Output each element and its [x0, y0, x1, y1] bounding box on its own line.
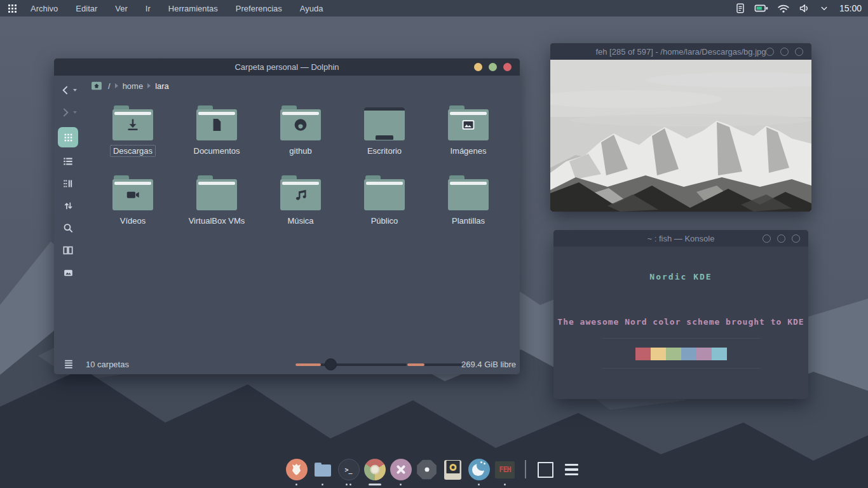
volume-icon[interactable] [797, 1, 811, 15]
menu-preferencias[interactable]: Preferencias [236, 4, 282, 13]
menu-ir[interactable]: Ir [146, 4, 151, 13]
breadcrumb-separator-icon [115, 83, 118, 88]
zoom-slider-knob[interactable] [325, 358, 337, 370]
dock: >_FEH [0, 458, 868, 488]
folder-item-plantillas[interactable]: Plantillas [426, 172, 510, 241]
dock-terminal[interactable]: >_ [337, 458, 360, 485]
vscode-icon [390, 459, 412, 480]
minimize-button[interactable] [763, 234, 771, 243]
folder-item-github[interactable]: github [259, 102, 342, 172]
close-button[interactable] [795, 48, 803, 56]
app-launcher-button[interactable] [0, 0, 24, 17]
dock-feh[interactable]: FEH [494, 458, 517, 485]
folder-item-documentos[interactable]: Documentos [175, 102, 259, 172]
folder-stripe [114, 182, 151, 185]
wifi-icon[interactable] [776, 1, 790, 15]
dock-app-menu[interactable] [560, 458, 583, 485]
folder-item-ima-genes[interactable]: Imágenes [426, 102, 510, 172]
folder-item-descargas[interactable]: Descargas [91, 102, 175, 172]
minimize-button[interactable] [474, 63, 482, 71]
folder-stripe [450, 182, 487, 185]
folder-item-pu-blico[interactable]: Público [342, 172, 426, 241]
preview-button[interactable] [58, 263, 78, 282]
split-view-button[interactable] [58, 241, 78, 260]
dock-settings-gear[interactable] [416, 458, 438, 485]
running-indicator [478, 483, 480, 485]
dock-firefox[interactable] [285, 458, 308, 485]
dock-files[interactable] [311, 458, 334, 485]
feh-window: feh [285 of 597] - /home/lara/Descargas/… [550, 43, 811, 212]
maximize-button[interactable] [777, 234, 785, 243]
feh-titlebar[interactable]: feh [285 of 597] - /home/lara/Descargas/… [550, 43, 811, 60]
folder-label: Imágenes [447, 145, 489, 157]
dolphin-statusbar: 10 carpetas 269.4 GiB libre [54, 355, 520, 374]
home-folder-icon[interactable] [90, 79, 104, 92]
folder-label: Música [284, 215, 316, 227]
running-indicator [322, 483, 323, 485]
dolphin-titlebar[interactable]: Carpeta personal — Dolphin [54, 58, 520, 76]
details-view-button[interactable] [58, 174, 78, 193]
folder-label: Documentos [191, 145, 243, 157]
konsole-titlebar[interactable]: ~ : fish — Konsole [553, 230, 808, 247]
maximize-button[interactable] [780, 48, 789, 56]
menu-ayuda[interactable]: Ayuda [300, 4, 323, 13]
folder-item-escritorio[interactable]: Escritorio [342, 102, 426, 172]
terminal-icon: >_ [338, 459, 360, 480]
sort-button[interactable] [58, 196, 78, 215]
download-icon [125, 116, 142, 136]
clipboard-icon[interactable] [734, 1, 747, 15]
icons-view-button[interactable] [58, 127, 78, 147]
menu-editar[interactable]: Editar [76, 4, 97, 13]
menubar: ArchivoEditarVerIrHerramientasPreferenci… [31, 4, 323, 13]
folder-item-mu-sica[interactable]: Música [259, 172, 342, 241]
running-indicator [295, 483, 297, 485]
dock-music-box[interactable] [442, 458, 465, 485]
folder-item-vi-deos[interactable]: Vídeos [91, 172, 175, 241]
zoom-slider-fill [295, 363, 321, 366]
chevron-down-icon[interactable] [818, 3, 830, 14]
menu-archivo[interactable]: Archivo [31, 4, 58, 13]
forward-button[interactable] [58, 103, 78, 122]
breadcrumb-root[interactable]: / [108, 81, 111, 91]
dock-vscode[interactable] [390, 458, 412, 485]
video-icon [125, 186, 142, 206]
nordic-kde-heading: Nordic KDE [553, 272, 808, 281]
folder-label: Vídeos [117, 215, 149, 227]
panel-menu-icon[interactable] [62, 358, 75, 373]
search-button[interactable] [58, 219, 78, 238]
top-panel: ArchivoEditarVerIrHerramientasPreferenci… [0, 0, 868, 17]
dolphin-window: Carpeta personal — Dolphin / home lara [54, 58, 520, 374]
divider [602, 338, 761, 339]
palette-swatch-3 [681, 348, 696, 360]
free-space-fill [407, 363, 424, 366]
folder-stripe [198, 112, 235, 115]
minimize-button[interactable] [766, 48, 774, 56]
menu-ver[interactable]: Ver [115, 4, 128, 13]
dock-chromium[interactable] [363, 458, 386, 485]
divider [602, 368, 761, 369]
folder-stripe [282, 112, 319, 115]
folder-label: github [286, 145, 315, 157]
folder-stripe [282, 182, 319, 185]
konsole-terminal[interactable]: Nordic KDE The awesome Nord color scheme… [553, 247, 808, 399]
battery-icon[interactable] [754, 1, 770, 15]
palette-swatch-4 [696, 348, 712, 360]
zoom-slider[interactable] [295, 363, 407, 366]
folder-label: Público [368, 215, 402, 227]
back-button[interactable] [58, 81, 78, 100]
dolphin-breadcrumb: / home lara [82, 76, 520, 96]
speaker-box-icon [444, 460, 461, 480]
music-icon [292, 186, 309, 206]
maximize-button[interactable] [489, 63, 497, 71]
dock-show-desktop[interactable] [534, 458, 557, 485]
breadcrumb-current[interactable]: lara [155, 81, 169, 91]
close-button[interactable] [792, 234, 800, 243]
dock-blue-app[interactable] [468, 458, 491, 485]
palette-swatch-1 [651, 348, 666, 360]
folder-item-virtualbox-vms[interactable]: VirtualBox VMs [175, 172, 259, 241]
breadcrumb-home[interactable]: home [123, 81, 144, 91]
breadcrumb-separator-icon [147, 83, 151, 88]
close-button[interactable] [503, 63, 512, 71]
list-view-button[interactable] [58, 152, 78, 171]
menu-herramientas[interactable]: Herramientas [168, 4, 218, 13]
